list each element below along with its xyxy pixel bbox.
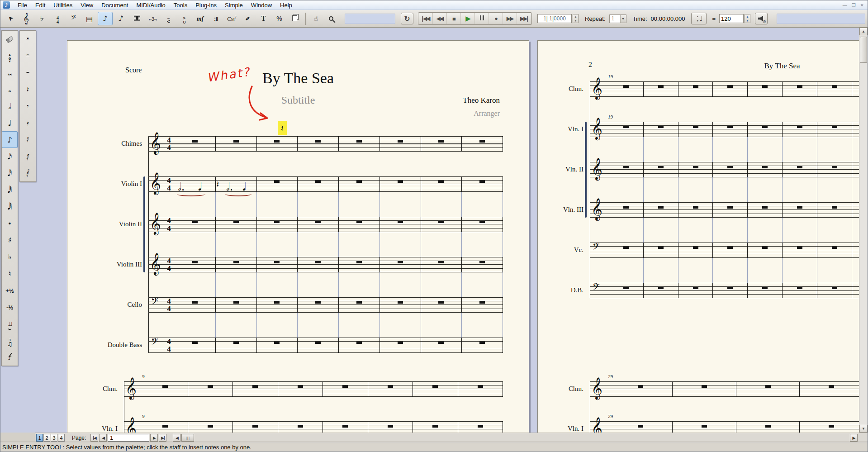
menu-midi-audio[interactable]: MIDI/Audio [132, 1, 169, 10]
raise-half-step-tool-button[interactable]: +½ [2, 282, 18, 299]
next-page-button[interactable]: ▶ [150, 434, 158, 442]
menu-plug-ins[interactable]: Plug-ins [191, 1, 221, 10]
scroll-down-icon[interactable]: ▼ [859, 425, 868, 433]
playback-counter[interactable]: 1| 1|0000 [537, 14, 572, 23]
zoom-tool-button[interactable] [324, 12, 339, 25]
measure[interactable] [800, 421, 863, 433]
eighth-rest-tool-button[interactable]: 𝄾 [20, 98, 36, 114]
scroll-up-icon[interactable]: ▲ [859, 28, 868, 35]
menu-tools[interactable]: Tools [170, 1, 191, 10]
smart-shape-tool-button[interactable]: ⌢< [161, 12, 176, 25]
previous-page-button[interactable]: ◀ [99, 434, 107, 442]
first-page-button[interactable]: |◀ [90, 434, 98, 442]
double-whole-note-tool-button[interactable]: 𝅜 [2, 64, 18, 81]
measure[interactable] [143, 421, 188, 433]
horizontal-scroll-thumb[interactable]: ||| [181, 434, 194, 442]
vertical-scrollbar[interactable]: ▲ ▼ [859, 28, 868, 433]
measure[interactable] [736, 421, 800, 433]
key-signature-tool-button[interactable]: ♭ [34, 12, 49, 25]
hscroll-right-icon[interactable]: ▶ [850, 434, 858, 442]
hscroll-left-icon[interactable]: ◀ [173, 434, 180, 442]
measure[interactable] [188, 381, 233, 397]
measure[interactable] [233, 421, 278, 433]
sharp-tool-button[interactable]: ♯ [2, 232, 18, 248]
quarter-rest-tool-button[interactable]: 𝄽 [20, 81, 36, 98]
whole-note-tool-button[interactable]: 𝅝 [2, 81, 18, 98]
record-button[interactable]: ● [489, 13, 503, 24]
hundred-twenty-eighth-note-tool-button[interactable]: 𝅘𝅥𝅲 [2, 198, 18, 215]
score-canvas[interactable]: Score By The Sea Subtitle Theo Karon Arr… [0, 28, 868, 433]
repeat-tool-button[interactable]: :‖ [209, 12, 223, 25]
chord-tool-button[interactable]: CM7 [224, 12, 239, 25]
staff-vln-i[interactable]: 𝄞9 [124, 421, 503, 433]
measure-tool-button[interactable]: ▤ [82, 12, 97, 25]
minimize-button[interactable]: — [843, 3, 847, 8]
articulation-tool-button[interactable]: >o [177, 12, 192, 25]
sixty-fourth-note-tool-button[interactable]: 𝅘𝅥𝅱 [2, 181, 18, 198]
measure[interactable] [233, 381, 278, 397]
hundred-twenty-eighth-rest-tool-button[interactable]: 𝅂 [20, 165, 36, 181]
thirty-second-rest-tool-button[interactable]: 𝅀 [20, 131, 36, 148]
resize-tool-button[interactable]: % [272, 12, 287, 25]
measure[interactable] [800, 381, 863, 397]
whole-rest-tool-button[interactable]: 𝄻 [20, 48, 36, 64]
half-rest-tool-button[interactable]: 𝄼 [20, 64, 36, 81]
lyrics-tool-button[interactable]: ✒ [240, 12, 255, 25]
tuplet-tool-button[interactable]: ⌐3¬ [145, 12, 160, 25]
hyperscribe-tool-button[interactable] [129, 12, 144, 25]
page-tab-1[interactable]: 1 [36, 434, 43, 442]
measure[interactable] [609, 421, 673, 433]
measure[interactable] [736, 381, 800, 397]
page-tab-3[interactable]: 3 [51, 434, 57, 442]
close-button[interactable]: ✕ [860, 3, 864, 8]
maximize-button[interactable]: ❐ [852, 3, 856, 8]
clef-tool-button[interactable]: 𝄢 [66, 12, 81, 25]
speedy-entry-tool-button[interactable]: ♪ [114, 12, 128, 25]
menu-file[interactable]: File [14, 1, 31, 10]
menu-edit[interactable]: Edit [31, 1, 49, 10]
repitch-tool-button[interactable]: ▲o▼ [2, 48, 18, 64]
measure[interactable] [323, 421, 368, 433]
half-note-tool-button[interactable]: 𝅗𝅥 [2, 98, 18, 114]
measure[interactable] [368, 381, 413, 397]
vertical-scroll-thumb[interactable] [860, 37, 867, 63]
augmentation-dot-tool-button[interactable]: • [2, 215, 18, 232]
last-page-button[interactable]: ▶| [159, 434, 166, 442]
quarter-note-tool-button[interactable]: ♩ [2, 114, 18, 131]
measure[interactable] [673, 381, 736, 397]
tempo-note-button[interactable]: ▲▼ ♩ [691, 13, 707, 24]
go-to-end-button[interactable]: ▶▶| [517, 13, 531, 24]
simple-entry-tool-button[interactable]: ♪ [98, 12, 113, 25]
expression-tool-button[interactable]: mf [193, 12, 208, 25]
page-tab-4[interactable]: 4 [58, 434, 65, 442]
measure[interactable] [413, 381, 458, 397]
flat-tool-button[interactable]: ♭ [2, 248, 18, 265]
measure[interactable] [673, 421, 736, 433]
sixteenth-rest-tool-button[interactable]: 𝄿 [20, 114, 36, 131]
page-tab-2[interactable]: 2 [43, 434, 50, 442]
sixty-fourth-rest-tool-button[interactable]: 𝅁 [20, 148, 36, 165]
eighth-note-tool-button[interactable]: ♪ [2, 131, 18, 148]
lower-half-step-tool-button[interactable]: -½ [2, 299, 18, 315]
tuplet-entry-tool-button[interactable]: 3♫ [2, 332, 18, 349]
measure[interactable] [278, 421, 323, 433]
play-button[interactable]: ▶ [461, 13, 475, 24]
eraser-tool-button[interactable] [2, 31, 18, 48]
menu-view[interactable]: View [76, 1, 97, 10]
measure[interactable] [143, 381, 188, 397]
menu-help[interactable]: Help [276, 1, 296, 10]
measure[interactable] [413, 421, 458, 433]
tempo-input[interactable] [719, 14, 744, 23]
measure[interactable] [323, 381, 368, 397]
staff-tool-button[interactable]: 𝄞 [19, 12, 33, 25]
menu-document[interactable]: Document [97, 1, 132, 10]
counter-spinner[interactable]: ▲▼ [573, 14, 579, 23]
time-signature-tool-button[interactable]: 44 [50, 12, 65, 25]
natural-tool-button[interactable]: ♮ [2, 265, 18, 282]
hand-grabber-tool-button[interactable]: ☝ [308, 12, 323, 25]
thirty-second-note-tool-button[interactable]: 𝅘𝅥𝅰 [2, 165, 18, 181]
grace-note-tool-button[interactable]: ♪ [2, 349, 18, 366]
sixteenth-note-tool-button[interactable]: 𝅘𝅥𝅯 [2, 148, 18, 165]
tempo-spinner[interactable]: ▲▼ [745, 14, 750, 23]
menu-window[interactable]: Window [247, 1, 276, 10]
